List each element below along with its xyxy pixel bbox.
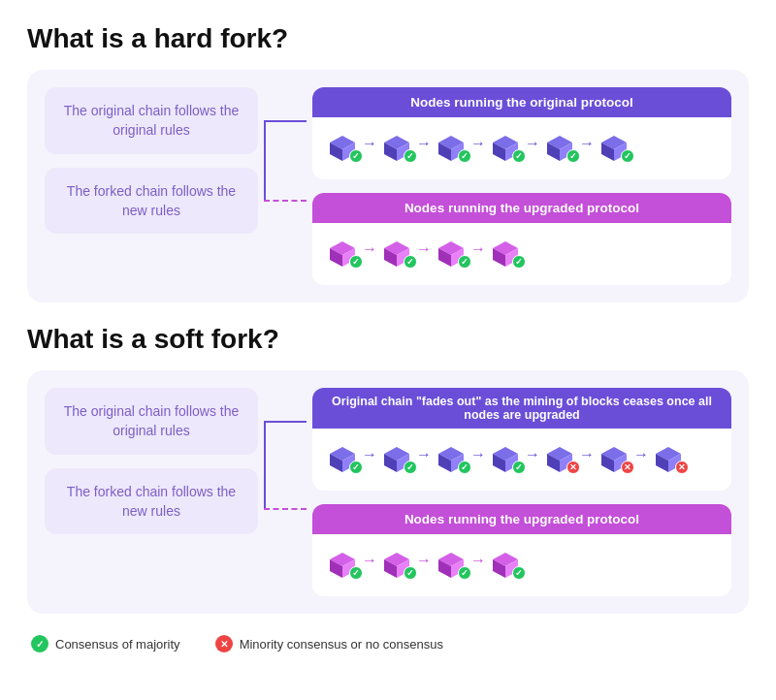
- block-4: ✓: [543, 132, 576, 165]
- hard-fork-original-chain: Nodes running the original protocol ✓→ ✓…: [312, 87, 731, 179]
- cube-icon: ✓: [435, 238, 468, 270]
- cube-icon: ✓: [326, 443, 359, 476]
- check-badge: ✓: [512, 255, 526, 269]
- check-badge: ✓: [404, 255, 417, 269]
- soft-fork-section: The original chain follows the original …: [27, 370, 749, 614]
- cube-icon: ✓: [435, 549, 468, 582]
- cube-icon: ✓: [543, 132, 576, 165]
- arrow-icon: →: [362, 438, 377, 481]
- hard-fork-layout: The original chain follows the original …: [45, 87, 731, 285]
- soft-fork-connector: [258, 388, 312, 527]
- cube-icon: ✓: [489, 549, 522, 582]
- arrow-icon: →: [470, 127, 486, 170]
- soft-fork-original-label: The original chain follows the original …: [45, 388, 258, 455]
- cube-icon: ✓: [489, 238, 522, 270]
- arrow-icon: →: [579, 438, 595, 481]
- cube-icon: ✓: [435, 443, 468, 476]
- cube-icon: ✕: [543, 443, 576, 476]
- legend-green: ✓ Consensus of majority: [31, 635, 180, 652]
- block-5: ✓: [598, 132, 630, 165]
- arrow-icon: →: [525, 438, 540, 481]
- block-2: ✓: [435, 443, 468, 476]
- hard-fork-title: What is a hard fork?: [27, 23, 749, 54]
- legend-red: ✕ Minority consensus or no consensus: [215, 635, 443, 652]
- block-2: ✓: [435, 238, 468, 270]
- cube-icon: ✓: [489, 443, 522, 476]
- soft-fork-chains: Original chain "fades out" as the mining…: [312, 388, 731, 596]
- cube-icon: ✓: [380, 443, 413, 476]
- hard-fork-original-header: Nodes running the original protocol: [312, 87, 731, 117]
- check-badge: ✓: [404, 149, 417, 163]
- arrow-icon: →: [470, 544, 486, 587]
- check-badge: ✓: [404, 461, 417, 474]
- block-1: ✓: [380, 238, 413, 270]
- cube-icon: ✓: [380, 238, 413, 270]
- block-4: ✕: [543, 443, 576, 476]
- arrow-icon: →: [470, 233, 486, 275]
- hard-fork-original-blocks: ✓→ ✓→ ✓→ ✓→ ✓→ ✓: [312, 117, 731, 179]
- arrow-icon: →: [579, 127, 595, 170]
- arrow-icon: →: [416, 233, 432, 275]
- block-0: ✓: [326, 549, 359, 582]
- block-1: ✓: [380, 443, 413, 476]
- hard-fork-labels: The original chain follows the original …: [45, 87, 258, 234]
- block-6: ✕: [652, 443, 685, 476]
- check-badge: ✓: [458, 566, 471, 580]
- hard-fork-forked-blocks: ✓→ ✓→ ✓→ ✓: [312, 223, 731, 285]
- hard-fork-forked-header: Nodes running the upgraded protocol: [312, 193, 731, 223]
- block-0: ✓: [326, 132, 359, 165]
- arrow-icon: →: [416, 127, 432, 170]
- check-badge: ✓: [349, 461, 363, 474]
- check-badge: ✓: [404, 566, 417, 580]
- cube-icon: ✓: [489, 132, 522, 165]
- arrow-icon: →: [416, 544, 432, 587]
- hard-fork-chains: Nodes running the original protocol ✓→ ✓…: [312, 87, 731, 285]
- cube-icon: ✓: [326, 238, 359, 270]
- cube-icon: ✓: [326, 549, 359, 582]
- hard-fork-section: The original chain follows the original …: [27, 70, 749, 302]
- legend-red-label: Minority consensus or no consensus: [240, 637, 443, 652]
- legend-green-label: Consensus of majority: [55, 637, 180, 652]
- cross-badge: ✕: [675, 461, 689, 474]
- hard-fork-forked-chain: Nodes running the upgraded protocol ✓→ ✓…: [312, 193, 731, 285]
- arrow-icon: →: [633, 438, 649, 481]
- legend-green-badge: ✓: [31, 635, 48, 652]
- cube-icon: ✕: [598, 443, 630, 476]
- soft-fork-title: What is a soft fork?: [27, 324, 749, 355]
- check-badge: ✓: [512, 149, 526, 163]
- hard-fork-forked-label: The forked chain follows the new rules: [45, 168, 258, 235]
- check-badge: ✓: [349, 255, 363, 269]
- block-3: ✓: [489, 443, 522, 476]
- arrow-icon: →: [362, 233, 377, 275]
- check-badge: ✓: [512, 461, 526, 474]
- soft-fork-forked-blocks: ✓→ ✓→ ✓→ ✓: [312, 534, 731, 596]
- block-5: ✕: [598, 443, 630, 476]
- block-1: ✓: [380, 549, 413, 582]
- check-badge: ✓: [349, 566, 363, 580]
- legend-red-badge: ✕: [215, 635, 233, 652]
- cube-icon: ✓: [380, 549, 413, 582]
- arrow-icon: →: [470, 438, 486, 481]
- check-badge: ✓: [458, 149, 471, 163]
- arrow-icon: →: [416, 438, 432, 481]
- check-badge: ✓: [349, 149, 363, 163]
- cube-icon: ✕: [652, 443, 685, 476]
- block-3: ✓: [489, 132, 522, 165]
- soft-fork-original-chain: Original chain "fades out" as the mining…: [312, 388, 731, 491]
- arrow-icon: →: [525, 127, 540, 170]
- soft-fork-layout: The original chain follows the original …: [45, 388, 731, 596]
- block-1: ✓: [380, 132, 413, 165]
- check-badge: ✓: [458, 255, 471, 269]
- cube-icon: ✓: [326, 132, 359, 165]
- soft-fork-original-blocks: ✓→ ✓→ ✓→ ✓→ ✕→ ✕→ ✕: [312, 429, 731, 491]
- cube-icon: ✓: [598, 132, 630, 165]
- check-badge: ✓: [458, 461, 471, 474]
- check-badge: ✓: [621, 149, 634, 163]
- cross-badge: ✕: [621, 461, 634, 474]
- check-badge: ✓: [512, 566, 526, 580]
- soft-fork-forked-label: The forked chain follows the new rules: [45, 468, 258, 535]
- soft-fork-original-header: Original chain "fades out" as the mining…: [312, 388, 731, 429]
- hard-fork-original-label: The original chain follows the original …: [45, 87, 258, 154]
- block-0: ✓: [326, 238, 359, 270]
- soft-fork-forked-header: Nodes running the upgraded protocol: [312, 504, 731, 534]
